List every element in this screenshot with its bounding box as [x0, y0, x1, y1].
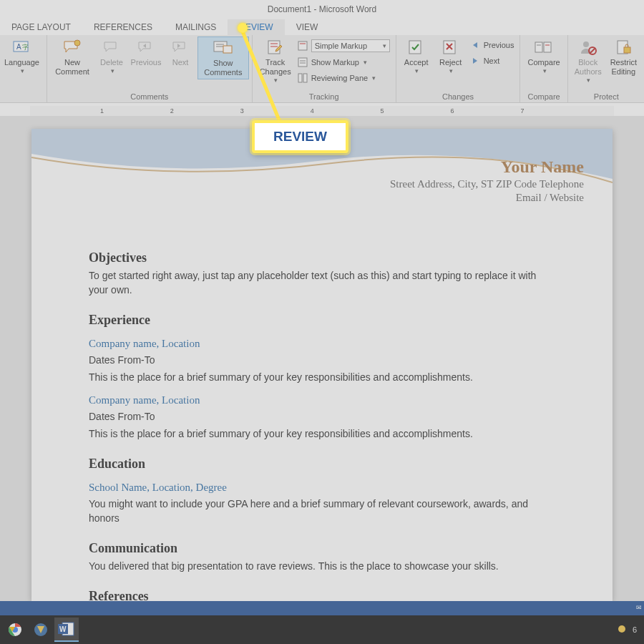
track-changes-label: Track Changes [260, 58, 291, 77]
new-comment-label: New Comment [54, 58, 90, 77]
taskbar-app[interactable] [29, 618, 53, 642]
chevron-down-icon: ▾ [415, 67, 419, 74]
markup-display-value: Simple Markup [315, 42, 367, 50]
resume-email[interactable]: Email / Website [390, 192, 584, 204]
reject-button[interactable]: Reject ▾ [434, 36, 468, 76]
document-page[interactable]: Your Name Street Address, City, ST ZIP C… [31, 129, 613, 601]
reviewing-pane-button[interactable]: Reviewing Pane ▾ [297, 72, 390, 84]
accept-button[interactable]: Accept ▾ [399, 36, 434, 76]
chevron-down-icon: ▾ [543, 67, 547, 74]
svg-rect-18 [409, 41, 421, 54]
tab-view[interactable]: VIEW [285, 19, 330, 35]
restrict-editing-button[interactable]: Restrict Editing [605, 36, 642, 78]
svg-rect-11 [298, 42, 307, 50]
chevron-down-icon: ▾ [364, 59, 367, 66]
group-tracking: Track Changes ▾ Simple Markup ▾ [253, 35, 396, 102]
exp1-company[interactable]: Company name, Location [89, 338, 555, 350]
ribbon-tabs: PAGE LAYOUT REFERENCES MAILINGS REVIEW V… [0, 18, 644, 35]
restrict-editing-icon [613, 38, 633, 57]
text-objectives[interactable]: To get started right away, just tap any … [89, 268, 555, 297]
heading-education[interactable]: Education [89, 457, 555, 472]
delete-comment-label: Delete [100, 58, 123, 67]
edu-body[interactable]: You might want to include your GPA here … [89, 497, 555, 525]
block-authors-button[interactable]: Block Authors ▾ [571, 36, 605, 85]
ribbon: A字 Language ▾ New Comment Delete ▾ [0, 35, 644, 103]
new-comment-icon [62, 38, 82, 57]
window-title: Document1 - Microsoft Word [268, 4, 377, 14]
tab-references[interactable]: REFERENCES [82, 19, 164, 35]
svg-rect-17 [303, 74, 307, 82]
language-button[interactable]: A字 Language ▾ [0, 36, 44, 76]
heading-objectives[interactable]: Objectives [89, 250, 555, 265]
status-bar[interactable]: ✉ [0, 601, 644, 615]
show-comments-label: Show Comments [203, 59, 244, 77]
tab-mailings[interactable]: MAILINGS [164, 19, 228, 35]
next-change-button[interactable]: Next [469, 55, 514, 67]
block-authors-label: Block Authors [575, 58, 602, 77]
reviewing-pane-icon [297, 72, 308, 84]
heading-references[interactable]: References [89, 589, 555, 601]
taskbar-chrome[interactable] [3, 618, 27, 642]
accept-label: Accept [404, 58, 429, 67]
svg-text:A: A [16, 43, 21, 51]
resume-name[interactable]: Your Name [390, 157, 584, 177]
chevron-down-icon: ▾ [111, 67, 114, 74]
exp2-body[interactable]: This is the place for a brief summary of… [89, 426, 555, 441]
tab-page-layout[interactable]: PAGE LAYOUT [0, 19, 82, 35]
reject-label: Reject [439, 58, 462, 67]
group-language: A字 Language ▾ [0, 35, 47, 102]
callout-review: REVIEW [252, 120, 348, 153]
callout-origin-dot [238, 23, 248, 33]
svg-rect-16 [298, 74, 302, 82]
previous-comment-label: Previous [131, 58, 162, 67]
svg-line-26 [590, 48, 595, 54]
show-markup-button[interactable]: Show Markup ▾ [297, 57, 390, 68]
edu-school[interactable]: School Name, Location, Degree [89, 482, 555, 494]
document-area[interactable]: Your Name Street Address, City, ST ZIP C… [0, 116, 644, 601]
ruler-tick: 1 [100, 107, 104, 114]
exp1-dates[interactable]: Dates From-To [89, 353, 555, 367]
group-label-compare: Compare [523, 92, 564, 102]
group-label-tracking: Tracking [255, 92, 393, 102]
group-comments: New Comment Delete ▾ Previous Next [47, 35, 253, 102]
reject-icon [441, 38, 461, 57]
markup-display-select[interactable]: Simple Markup ▾ [297, 39, 390, 52]
chevron-down-icon: ▾ [383, 42, 386, 49]
tray-clock-partial[interactable]: 6 [633, 625, 637, 634]
tab-review[interactable]: REVIEW [228, 19, 284, 35]
document-body[interactable]: Objectives To get started right away, ju… [31, 229, 613, 601]
next-comment-button[interactable]: Next [163, 36, 197, 69]
delete-comment-icon [102, 38, 122, 57]
resume-address[interactable]: Street Address, City, ST ZIP Code Teleph… [390, 178, 584, 190]
group-label-comments: Comments [50, 92, 249, 102]
exp2-company[interactable]: Company name, Location [89, 394, 555, 406]
ruler-tick: 2 [170, 107, 174, 114]
group-label-language [0, 92, 44, 102]
markup-display-icon [297, 40, 308, 52]
block-authors-icon [578, 38, 598, 57]
heading-communication[interactable]: Communication [89, 541, 555, 556]
tray-weather-icon[interactable] [617, 624, 627, 635]
next-change-icon [469, 55, 481, 67]
compare-icon [534, 38, 554, 57]
group-label-protect: Protect [571, 92, 642, 102]
notification-icon[interactable]: ✉ [634, 602, 644, 613]
taskbar-word[interactable]: W [54, 618, 79, 642]
track-changes-icon [265, 38, 286, 57]
svg-point-36 [618, 625, 625, 633]
previous-change-button[interactable]: Previous [469, 39, 514, 51]
language-label: Language [4, 58, 39, 67]
exp1-body[interactable]: This is the place for a brief summary of… [89, 370, 555, 384]
show-comments-button[interactable]: Show Comments [197, 36, 249, 79]
new-comment-button[interactable]: New Comment [50, 36, 94, 78]
previous-comment-button[interactable]: Previous [129, 36, 163, 69]
compare-button[interactable]: Compare ▾ [523, 36, 564, 76]
heading-experience[interactable]: Experience [89, 313, 555, 328]
show-markup-icon [297, 57, 308, 68]
delete-comment-button[interactable]: Delete ▾ [94, 36, 129, 76]
communication-body[interactable]: You delivered that big presentation to r… [89, 559, 555, 573]
exp2-dates[interactable]: Dates From-To [89, 409, 555, 424]
track-changes-button[interactable]: Track Changes ▾ [255, 36, 296, 85]
svg-rect-13 [298, 58, 307, 67]
taskbar[interactable]: W 6 [0, 615, 644, 644]
